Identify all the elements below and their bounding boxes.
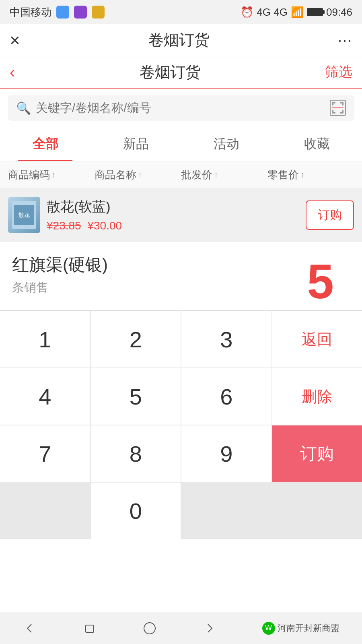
order-button[interactable]: 订购 [306, 200, 354, 230]
app-icon-2 [74, 6, 87, 19]
scan-icon[interactable] [330, 100, 346, 116]
key-empty-right [181, 483, 272, 539]
product-image: 散花 [8, 197, 40, 233]
svg-rect-8 [332, 107, 343, 108]
col-retail-sort: ↑ [300, 170, 304, 180]
carrier-label: 中国移动 [10, 5, 51, 19]
wechat-info: W 河南开封新商盟 [262, 622, 339, 635]
key-6[interactable]: 6 [181, 368, 272, 425]
tab-all[interactable]: 全部 [0, 127, 90, 161]
status-right: ⏰ 4G 4G 📶 09:46 [241, 6, 352, 19]
app-header-title: 卷烟订货 [15, 62, 325, 83]
bottom-back-icon[interactable] [23, 621, 37, 636]
svg-rect-7 [342, 110, 343, 114]
col-wholesale-label: 批发价 [181, 168, 212, 182]
price-retail: ¥30.00 [87, 219, 122, 232]
price-wholesale: ¥23.85 [47, 219, 81, 232]
search-icon: 🔍 [16, 101, 31, 115]
col-retail-label: 零售价 [267, 168, 299, 182]
battery-icon [307, 8, 323, 16]
wechat-logo: W [262, 622, 275, 635]
order-input-top: 红旗渠(硬银) 条销售 5 [12, 254, 350, 302]
app-icon-3 [92, 6, 105, 19]
tab-new[interactable]: 新品 [90, 127, 181, 161]
col-wholesale-sort: ↑ [214, 170, 218, 180]
col-name-sort: ↑ [138, 170, 142, 180]
product-name: 散花(软蓝) [47, 198, 299, 216]
key-2[interactable]: 2 [91, 311, 181, 367]
key-empty-left [0, 483, 90, 539]
app-icon-1 [56, 6, 69, 19]
svg-text:散花: 散花 [19, 212, 30, 218]
svg-point-13 [144, 623, 155, 634]
key-1[interactable]: 1 [0, 311, 90, 367]
col-code-label: 商品编码 [8, 168, 50, 182]
signal-bars-icon: 📶 [291, 6, 304, 19]
col-code-sort: ↑ [51, 170, 56, 180]
product-prices: ¥23.85 ¥30.00 [47, 219, 299, 232]
nav-title: 卷烟订货 [148, 30, 210, 50]
status-left: 中国移动 [10, 5, 105, 19]
col-header-wholesale[interactable]: 批发价 ↑ [181, 168, 267, 182]
col-header-retail[interactable]: 零售价 ↑ [267, 168, 354, 182]
col-header-code[interactable]: 商品编码 ↑ [8, 168, 95, 182]
col-name-label: 商品名称 [95, 168, 136, 182]
table-header: 商品编码 ↑ 商品名称 ↑ 批发价 ↑ 零售价 ↑ [0, 161, 362, 189]
search-input[interactable] [36, 101, 325, 115]
close-button[interactable]: × [10, 30, 20, 50]
svg-rect-12 [86, 625, 94, 632]
svg-rect-1 [332, 102, 333, 105]
tabs: 全部 新品 活动 收藏 [0, 127, 362, 161]
tab-favorites[interactable]: 收藏 [272, 127, 362, 161]
svg-rect-3 [342, 102, 343, 105]
svg-rect-5 [332, 110, 333, 114]
alarm-icon: ⏰ [241, 6, 253, 19]
key-4[interactable]: 4 [0, 368, 90, 425]
wechat-channel-name: 河南开封新商盟 [278, 622, 339, 634]
order-product-name: 红旗渠(硬银) [12, 254, 108, 276]
product-row: 散花 散花(软蓝) ¥23.85 ¥30.00 订购 [0, 189, 362, 242]
bottom-home-icon[interactable] [82, 621, 97, 636]
app-header: ‹ 卷烟订货 筛选 [0, 56, 362, 89]
time-label: 09:46 [326, 6, 352, 19]
back-button[interactable]: ‹ [10, 63, 15, 81]
status-bar: 中国移动 ⏰ 4G 4G 📶 09:46 [0, 0, 362, 24]
numpad: 1 2 3 返回 4 5 6 删除 7 8 9 订购 0 [0, 310, 362, 539]
search-bar[interactable]: 🔍 [8, 95, 354, 121]
network-label: 4G 4G [257, 6, 288, 19]
key-5[interactable]: 5 [91, 368, 181, 425]
tab-activity[interactable]: 活动 [181, 127, 272, 161]
order-input-section: 红旗渠(硬银) 条销售 5 [0, 242, 362, 310]
key-9[interactable]: 9 [181, 425, 272, 482]
product-info: 散花(软蓝) ¥23.85 ¥30.00 [47, 198, 299, 232]
key-delete[interactable]: 删除 [272, 368, 362, 425]
more-button[interactable]: ··· [338, 32, 352, 49]
bottom-circle-icon[interactable] [142, 621, 157, 636]
order-input-left: 红旗渠(硬银) 条销售 [12, 254, 108, 296]
filter-button[interactable]: 筛选 [325, 63, 352, 81]
nav-bar: × 卷烟订货 ··· [0, 24, 362, 56]
key-order[interactable]: 订购 [272, 425, 362, 482]
key-8[interactable]: 8 [91, 425, 181, 482]
key-back[interactable]: 返回 [272, 311, 362, 367]
bottom-forward-icon[interactable] [202, 621, 217, 636]
col-header-name[interactable]: 商品名称 ↑ [95, 168, 181, 182]
bottom-bar: W 河南开封新商盟 [0, 612, 362, 644]
key-7[interactable]: 7 [0, 425, 90, 482]
key-0[interactable]: 0 [91, 483, 181, 539]
order-unit: 条销售 [12, 279, 108, 296]
key-3[interactable]: 3 [181, 311, 272, 367]
order-quantity: 5 [307, 254, 334, 309]
